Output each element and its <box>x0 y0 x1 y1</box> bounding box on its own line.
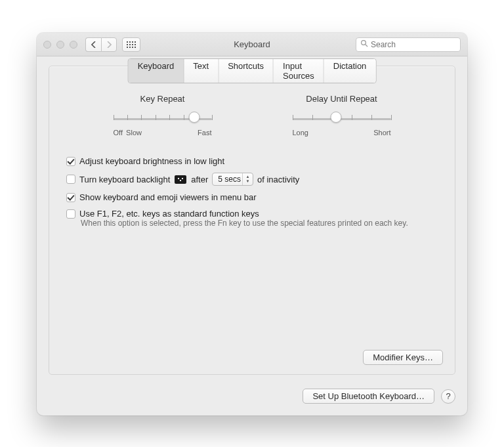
svg-rect-6 <box>132 44 133 45</box>
label-backlight-off-mid: after <box>191 175 208 184</box>
svg-rect-8 <box>127 47 128 48</box>
option-fn-keys: Use F1, F2, etc. keys as standard functi… <box>66 209 438 219</box>
svg-rect-10 <box>132 47 133 48</box>
key-repeat-title: Key Repeat <box>140 94 185 104</box>
svg-rect-0 <box>127 41 128 43</box>
label-brightness-low-light: Adjust keyboard brightness in low light <box>79 156 224 166</box>
window-controls <box>43 41 77 49</box>
back-button[interactable] <box>85 37 101 52</box>
svg-rect-11 <box>135 47 136 48</box>
minimize-window-button[interactable] <box>56 41 64 49</box>
key-repeat-fast-label: Fast <box>198 129 211 137</box>
key-repeat-slow-label: Slow <box>126 129 142 137</box>
delay-long-label: Long <box>293 129 308 137</box>
delay-short-label: Short <box>373 129 390 137</box>
grid-icon <box>127 41 136 48</box>
option-backlight-off: Turn keyboard backlight after 5 secs ▲▼ … <box>66 173 438 186</box>
svg-rect-9 <box>129 47 131 48</box>
label-fn-keys: Use F1, F2, etc. keys as standard functi… <box>79 209 259 219</box>
window-body: Keyboard Text Shortcuts Input Sources Di… <box>37 56 467 415</box>
close-window-button[interactable] <box>43 41 51 49</box>
backlight-timeout-value: 5 secs <box>218 175 241 184</box>
svg-rect-4 <box>127 44 128 45</box>
search-field[interactable] <box>356 37 461 52</box>
slider-row: Key Repeat Off Slow Fast Delay Until Rep… <box>73 94 431 137</box>
tab-bar: Keyboard Text Shortcuts Input Sources Di… <box>128 58 377 83</box>
tab-text[interactable]: Text <box>184 59 219 83</box>
titlebar: Keyboard <box>37 33 467 56</box>
checkbox-fn-keys[interactable] <box>66 209 75 219</box>
label-backlight-off-suffix: of inactivity <box>257 175 299 184</box>
fn-keys-hint: When this option is selected, press the … <box>81 219 438 228</box>
tab-input-sources[interactable]: Input Sources <box>274 59 324 83</box>
setup-bluetooth-keyboard-button[interactable]: Set Up Bluetooth Keyboard… <box>303 389 434 404</box>
nav-back-forward <box>85 37 117 52</box>
delay-slider-box: Delay Until Repeat Long Short <box>276 94 408 137</box>
modifier-keys-button[interactable]: Modifier Keys… <box>363 350 443 365</box>
keyboard-panel: Keyboard Text Shortcuts Input Sources Di… <box>49 66 455 375</box>
checkbox-backlight-off[interactable] <box>66 175 75 184</box>
svg-line-13 <box>366 45 368 47</box>
key-repeat-off-label: Off <box>114 129 123 137</box>
checkbox-brightness-low-light[interactable] <box>66 157 75 166</box>
zoom-window-button[interactable] <box>70 41 77 49</box>
key-repeat-slider[interactable] <box>114 113 212 125</box>
svg-rect-3 <box>135 41 136 43</box>
label-backlight-off-prefix: Turn keyboard backlight <box>79 175 170 184</box>
options-list: Adjust keyboard brightness in low light … <box>66 156 438 228</box>
svg-rect-1 <box>129 41 131 43</box>
svg-point-12 <box>362 41 366 45</box>
stepper-icon: ▲▼ <box>242 173 253 185</box>
svg-rect-7 <box>135 44 136 45</box>
preferences-window: Keyboard Keyboard Text Shortcuts Input S… <box>37 33 467 415</box>
modifier-keys-row: Modifier Keys… <box>363 350 443 365</box>
key-repeat-slider-box: Key Repeat Off Slow Fast <box>97 94 228 137</box>
option-brightness-low-light: Adjust keyboard brightness in low light <box>66 156 438 166</box>
checkbox-show-viewers[interactable] <box>66 193 75 202</box>
option-show-viewers: Show keyboard and emoji viewers in menu … <box>66 192 438 202</box>
tab-shortcuts[interactable]: Shortcuts <box>219 59 274 83</box>
svg-rect-5 <box>129 44 131 45</box>
delay-slider[interactable] <box>293 113 391 125</box>
label-show-viewers: Show keyboard and emoji viewers in menu … <box>79 192 257 202</box>
help-button[interactable]: ? <box>441 389 455 404</box>
forward-button[interactable] <box>101 37 117 52</box>
show-all-button[interactable] <box>122 37 140 52</box>
search-icon <box>360 39 368 49</box>
tab-dictation[interactable]: Dictation <box>324 59 376 83</box>
tab-keyboard[interactable]: Keyboard <box>129 59 184 83</box>
keyboard-icon <box>175 175 186 184</box>
delay-title: Delay Until Repeat <box>306 94 377 104</box>
backlight-timeout-select[interactable]: 5 secs ▲▼ <box>212 173 253 186</box>
svg-rect-2 <box>132 41 133 43</box>
bottom-button-row: Set Up Bluetooth Keyboard… ? <box>303 389 455 404</box>
search-input[interactable] <box>371 40 456 49</box>
